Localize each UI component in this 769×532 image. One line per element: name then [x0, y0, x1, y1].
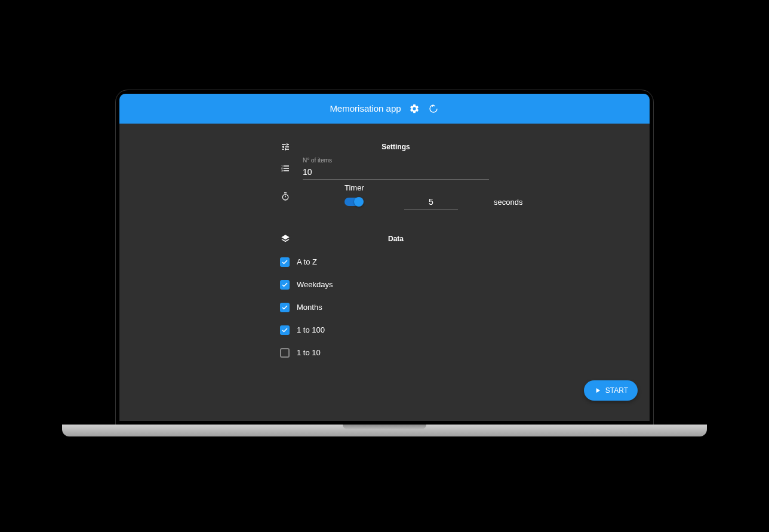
start-button[interactable]: START — [584, 380, 638, 401]
layers-icon — [280, 233, 291, 244]
settings-section: Settings N° of items — [280, 142, 489, 213]
start-button-label: START — [605, 386, 628, 395]
data-title: Data — [303, 235, 489, 243]
checkbox-icon[interactable] — [280, 325, 290, 335]
items-count-input[interactable] — [303, 165, 489, 180]
timer-value-input[interactable] — [404, 195, 458, 210]
data-section: Data A to Z — [280, 233, 489, 358]
timer-icon — [280, 191, 291, 202]
data-option-1-to-100[interactable]: 1 to 100 — [280, 325, 489, 335]
data-option-1-to-10[interactable]: 1 to 10 — [280, 348, 489, 358]
checkbox-icon[interactable] — [280, 280, 290, 290]
play-icon — [593, 386, 602, 395]
settings-title: Settings — [303, 143, 489, 151]
refresh-icon[interactable] — [427, 103, 439, 115]
app-title: Memorisation app — [330, 103, 401, 113]
checkbox-icon[interactable] — [280, 348, 290, 358]
app-screen: Memorisation app Settings — [119, 94, 650, 421]
data-option-a-to-z[interactable]: A to Z — [280, 257, 489, 267]
list-numbered-icon — [280, 163, 291, 174]
checkbox-label: Months — [297, 303, 322, 312]
app-header: Memorisation app — [119, 94, 650, 124]
checkbox-label: A to Z — [297, 257, 317, 266]
checkbox-label: 1 to 100 — [297, 325, 325, 334]
settings-gear-icon[interactable] — [408, 103, 420, 115]
timer-label: Timer — [344, 183, 522, 192]
timer-unit-label: seconds — [494, 198, 522, 207]
tune-icon — [280, 142, 291, 152]
data-option-months[interactable]: Months — [280, 303, 489, 312]
timer-toggle[interactable] — [344, 198, 362, 206]
items-count-label: N° of items — [303, 157, 489, 164]
checkbox-label: 1 to 10 — [297, 348, 321, 357]
checkbox-icon[interactable] — [280, 303, 290, 312]
checkbox-label: Weekdays — [297, 280, 333, 289]
data-option-weekdays[interactable]: Weekdays — [280, 280, 489, 290]
checkbox-icon[interactable] — [280, 257, 290, 267]
